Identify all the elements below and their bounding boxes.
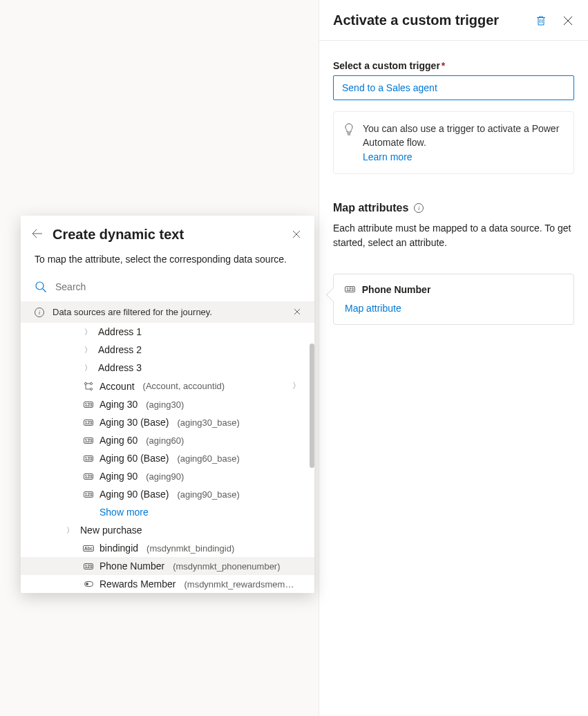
tree-item-techname: (msdynmkt_bindingid) <box>146 543 234 554</box>
number-type-icon: 123 <box>84 491 94 498</box>
attribute-card: 123 Phone Number Map attribute <box>333 274 574 325</box>
panel-header: Activate a custom trigger <box>319 0 588 41</box>
close-popup-button[interactable] <box>292 229 301 241</box>
tree-item[interactable]: 〉Address 2 <box>21 341 314 359</box>
search-row <box>21 276 314 301</box>
map-attributes-header: Map attributes i <box>333 202 574 214</box>
tree-item-techname: (aging60) <box>146 435 184 446</box>
tree-item-label: Phone Number <box>99 560 164 572</box>
chevron-right-icon: 〉 <box>292 380 305 392</box>
tree-item[interactable]: Rewards Member(msdynmkt_rewardsmem… <box>21 575 314 593</box>
popup-title: Create dynamic text <box>53 227 283 243</box>
number-type-icon: 123 <box>84 563 94 569</box>
learn-more-link[interactable]: Learn more <box>363 151 412 162</box>
tree-item-techname: (msdynmkt_phonenumber) <box>173 561 280 572</box>
close-panel-button[interactable] <box>562 15 574 27</box>
custom-trigger-select[interactable]: Send to a Sales agent <box>333 75 574 100</box>
toggle-type-icon <box>84 581 93 587</box>
attribute-title: Phone Number <box>362 284 431 295</box>
svg-point-0 <box>36 282 44 290</box>
tree-item-label: Aging 60 (Base) <box>99 453 169 464</box>
tip-text: You can also use a trigger to activate a… <box>363 123 559 148</box>
back-button[interactable] <box>32 229 43 241</box>
tree-item-label: New purchase <box>80 525 142 536</box>
tree-item[interactable]: Account(Account, accountid)〉 <box>21 377 314 395</box>
search-input[interactable] <box>55 281 301 292</box>
tree-item-techname: (aging90) <box>146 471 184 482</box>
tree-item[interactable]: 〉Address 1 <box>21 323 314 341</box>
scrollbar-thumb[interactable] <box>310 343 314 468</box>
tree-item-techname: (msdynmkt_rewardsmem… <box>184 579 294 590</box>
tree-item[interactable]: 123Aging 90(aging90) <box>21 467 314 485</box>
tree-item[interactable]: 〉New purchase <box>21 521 314 539</box>
tree-item[interactable]: 123Aging 30 (Base)(aging30_base) <box>21 413 314 431</box>
tree-item-label: Aging 30 <box>99 399 137 410</box>
close-icon <box>563 16 573 26</box>
info-icon: i <box>35 308 44 317</box>
tree-item-techname: (aging90_base) <box>177 489 239 500</box>
number-type-icon: 123 <box>84 455 94 462</box>
chevron-right-icon: 〉 <box>65 525 75 536</box>
tree-item[interactable]: 123Phone Number(msdynmkt_phonenumber) <box>21 557 314 575</box>
number-type-icon: 123 <box>84 473 94 480</box>
delete-button[interactable] <box>534 14 548 28</box>
number-type-icon: 123 <box>84 402 94 408</box>
tree-item[interactable]: 123Aging 90 (Base)(aging90_base) <box>21 485 314 503</box>
dismiss-filter-button[interactable] <box>294 307 301 317</box>
popup-description: To map the attribute, select the corresp… <box>21 249 314 276</box>
close-icon <box>292 230 301 238</box>
svg-point-2 <box>91 382 93 384</box>
tree-item-label: Rewards Member <box>99 578 176 590</box>
tree-item-techname: (aging30) <box>146 399 184 410</box>
tree-item-label: Show more <box>99 507 149 518</box>
chevron-right-icon: 〉 <box>83 345 93 355</box>
tree-item-label: bindingid <box>99 543 138 554</box>
tree-item-label: Account <box>99 381 135 392</box>
text-type-icon: Abc <box>83 545 94 552</box>
tree-item-techname: (aging60_base) <box>177 453 239 464</box>
close-icon <box>294 308 301 315</box>
tree-item[interactable]: Abcbindingid(msdynmkt_bindingid) <box>21 539 314 557</box>
tree-item[interactable]: 〉Address 3 <box>21 359 314 377</box>
tree-item[interactable]: 123Aging 30(aging30) <box>21 395 314 413</box>
chevron-right-icon: 〉 <box>83 363 93 373</box>
relationship-icon <box>84 381 93 391</box>
map-attributes-desc: Each attribute must be mapped to a data … <box>333 221 574 250</box>
trash-icon <box>535 15 547 26</box>
number-type-icon: 123 <box>84 420 94 426</box>
panel-title: Activate a custom trigger <box>333 11 499 29</box>
tree-item-techname: (Account, accountid) <box>143 381 225 391</box>
tree-item-label: Address 2 <box>98 344 142 355</box>
tree-item-label: Address 3 <box>98 362 142 373</box>
search-icon <box>35 281 47 293</box>
number-type-icon: 123 <box>84 437 94 444</box>
tree-item[interactable]: 123Aging 60(aging60) <box>21 431 314 449</box>
data-source-tree[interactable]: 〉Address 1〉Address 2〉Address 3Account(Ac… <box>21 323 314 593</box>
select-trigger-label: Select a custom trigger* <box>333 60 574 71</box>
arrow-left-icon <box>32 229 43 238</box>
chevron-right-icon: 〉 <box>83 327 93 337</box>
tree-item[interactable]: Show more <box>21 503 314 521</box>
tree-item-label: Aging 90 <box>99 471 137 482</box>
map-attribute-link[interactable]: Map attribute <box>345 303 401 314</box>
filter-message: Data sources are filtered for the journe… <box>53 307 212 317</box>
svg-point-1 <box>85 382 87 384</box>
activate-trigger-panel: Activate a custom trigger Select a custo… <box>319 0 588 716</box>
power-automate-tip: You can also use a trigger to activate a… <box>333 111 574 174</box>
tree-item-label: Aging 90 (Base) <box>99 489 169 500</box>
lightbulb-icon <box>343 123 354 135</box>
tree-item[interactable]: 123Aging 60 (Base)(aging60_base) <box>21 449 314 467</box>
dynamic-text-popup: Create dynamic text To map the attribute… <box>21 216 314 593</box>
tree-item-techname: (aging30_base) <box>177 417 239 428</box>
tree-item-label: Address 1 <box>98 326 142 337</box>
tree-item-label: Aging 60 <box>99 435 137 446</box>
svg-point-3 <box>91 388 93 390</box>
tree-item-label: Aging 30 (Base) <box>99 417 169 428</box>
info-icon[interactable]: i <box>414 203 424 213</box>
number-type-icon: 123 <box>345 286 355 292</box>
filter-banner: i Data sources are filtered for the jour… <box>21 301 314 323</box>
